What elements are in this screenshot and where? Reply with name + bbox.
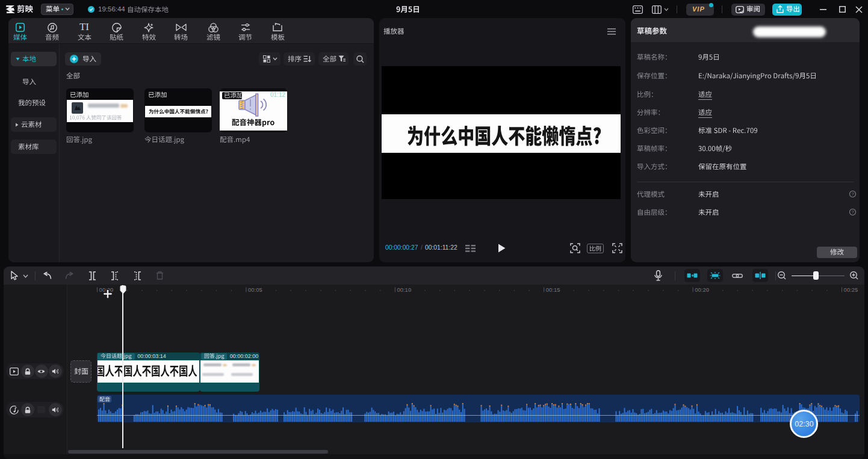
svg-text:?: ? <box>851 191 854 197</box>
svg-text:?: ? <box>851 209 854 215</box>
